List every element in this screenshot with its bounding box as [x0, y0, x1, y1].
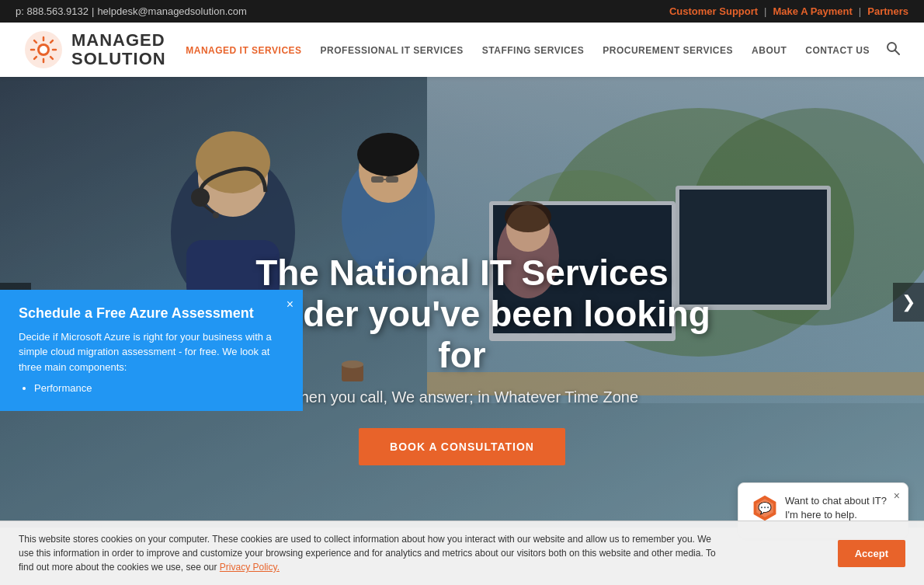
partners-link[interactable]: Partners	[867, 5, 908, 17]
azure-list-item-performance: Performance	[34, 382, 284, 394]
customer-support-link[interactable]: Customer Support	[669, 5, 758, 17]
nav-links: MANAGED IT SERVICES PROFESSIONAL IT SERV…	[186, 43, 870, 57]
nav-link-staffing[interactable]: STAFFING SERVICES	[482, 45, 584, 56]
nav-link-professional-it[interactable]: PROFESSIONAL IT SERVICES	[321, 45, 464, 56]
carousel-next-button[interactable]: ❯	[893, 283, 924, 322]
search-icon[interactable]	[885, 40, 901, 60]
cookie-text: This website stores cookies on your comp…	[19, 532, 717, 574]
nav-link-contact[interactable]: CONTACT US	[805, 45, 870, 56]
book-consultation-button[interactable]: BOOK A CONSULTATION	[359, 428, 565, 465]
nav-item-staffing[interactable]: STAFFING SERVICES	[482, 43, 584, 57]
nav-item-procurement[interactable]: PROCUREMENT SERVICES	[603, 43, 733, 57]
top-links: Customer Support | Make A Payment | Part…	[669, 5, 908, 17]
make-payment-link[interactable]: Make A Payment	[773, 5, 853, 17]
svg-line-12	[895, 50, 900, 54]
nav-item-professional-it[interactable]: PROFESSIONAL IT SERVICES	[321, 43, 464, 57]
phone-number: p: 888.563.9132	[16, 5, 89, 17]
logo-managed: MANAGED	[71, 31, 166, 50]
privacy-policy-link[interactable]: Privacy Policy.	[220, 562, 280, 573]
logo-solution: SOLUTION	[71, 50, 166, 68]
separator-2: |	[764, 5, 766, 17]
azure-popup-body: Decide if Microsoft Azure is right for y…	[19, 329, 284, 375]
top-bar: p: 888.563.9132 | helpdesk@managedsoluti…	[0, 0, 924, 23]
email-link[interactable]: helpdesk@managedsolution.com	[97, 5, 246, 17]
azure-assessment-popup: × Schedule a Free Azure Assessment Decid…	[0, 290, 303, 412]
nav-link-procurement[interactable]: PROCUREMENT SERVICES	[603, 45, 733, 56]
nav-link-managed-it[interactable]: MANAGED IT SERVICES	[186, 45, 301, 56]
separator-1: |	[92, 5, 94, 17]
azure-popup-title: Schedule a Free Azure Assessment	[19, 305, 284, 322]
nav-link-about[interactable]: ABOUT	[752, 45, 787, 56]
chat-header: 💬 Want to chat about IT? I'm here to hel…	[751, 494, 895, 522]
logo-text: MANAGED SOLUTION	[71, 31, 166, 68]
chat-bot-icon: 💬	[751, 494, 779, 522]
azure-popup-close-button[interactable]: ×	[287, 298, 294, 312]
chat-close-button[interactable]: ×	[894, 489, 900, 502]
logo[interactable]: MANAGED SOLUTION	[23, 30, 166, 70]
hero-section: ❮ ❯ The National IT Services Provider yo…	[0, 77, 924, 528]
logo-icon	[23, 30, 64, 70]
separator-3: |	[859, 5, 861, 17]
navbar: MANAGED SOLUTION MANAGED IT SERVICES PRO…	[0, 23, 924, 77]
cookie-bar: This website stores cookies on your comp…	[0, 521, 924, 585]
svg-text:💬: 💬	[758, 500, 772, 514]
accept-cookies-button[interactable]: Accept	[838, 540, 905, 567]
svg-point-2	[40, 46, 47, 54]
contact-info: p: 888.563.9132 | helpdesk@managedsoluti…	[16, 5, 247, 17]
chevron-right-icon: ❯	[901, 292, 915, 312]
nav-item-about[interactable]: ABOUT	[752, 43, 787, 57]
nav-item-managed-it[interactable]: MANAGED IT SERVICES	[186, 43, 301, 57]
chat-message: Want to chat about IT? I'm here to help.	[785, 494, 895, 522]
azure-popup-list: Performance	[19, 382, 284, 394]
nav-item-contact[interactable]: CONTACT US	[805, 43, 870, 57]
